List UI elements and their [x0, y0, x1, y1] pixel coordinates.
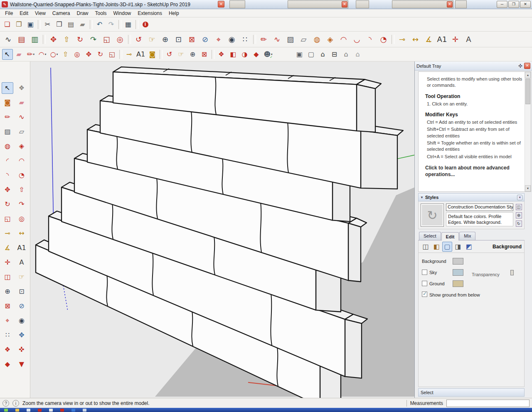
zoom-extents-icon[interactable]: ⊠ [186, 33, 198, 46]
background-window-fragment[interactable] [229, 0, 245, 8]
paint-bucket-icon[interactable]: ◙ [147, 49, 158, 60]
show-ground-checkbox[interactable] [422, 292, 427, 297]
rotate-icon[interactable]: ↻ [74, 33, 86, 46]
components-icon[interactable]: ❖ [216, 49, 227, 60]
arc-icon[interactable]: ◠ [337, 33, 350, 46]
minimize-button[interactable]: ─ [497, 1, 507, 8]
interact-icon[interactable]: ✜ [16, 344, 27, 356]
taskbar-app-sketchup[interactable] [38, 409, 42, 412]
push-pull-icon[interactable]: ⇧ [16, 184, 27, 196]
line-icon[interactable]: ✏▾ [25, 49, 36, 60]
text-icon[interactable]: A1 [436, 33, 448, 46]
eraser-icon[interactable]: ▰ [14, 49, 25, 60]
select-icon[interactable]: ↖ [2, 49, 13, 60]
zoom-extents-icon[interactable]: ⊠ [199, 49, 210, 60]
menu-extensions[interactable]: Extensions [134, 10, 165, 17]
maximize-button[interactable]: ❐ [508, 1, 519, 8]
polygon-icon[interactable]: ◈ [324, 33, 337, 46]
tab-select[interactable]: Select [419, 232, 441, 240]
scroll-down-icon[interactable]: ▼ [525, 185, 531, 191]
menu-window[interactable]: Window [110, 10, 135, 17]
scroll-up-icon[interactable]: ▲ [525, 72, 531, 78]
pie-icon[interactable]: ◔ [16, 169, 27, 181]
text-icon[interactable]: A1 [16, 242, 27, 254]
circle-icon[interactable]: ◍ [311, 33, 323, 46]
look-around-icon[interactable]: ◉ [226, 33, 238, 46]
separator[interactable] [392, 35, 394, 44]
arc-icon[interactable]: ◜ [2, 155, 13, 167]
secondary-pane-icon[interactable]: ◫ [516, 204, 522, 210]
erase-icon[interactable]: ▰ [77, 19, 88, 30]
protractor-icon[interactable]: ∡ [2, 242, 13, 254]
component-box-icon[interactable]: ▢ [306, 49, 317, 60]
zoom-window-icon[interactable]: ⊡ [172, 33, 185, 46]
protractor-icon[interactable]: ∡ [423, 33, 435, 46]
redo-icon[interactable]: ↷ [106, 19, 117, 30]
rotate-icon[interactable]: ↻ [95, 49, 106, 60]
axes-icon[interactable]: ✛ [449, 33, 462, 46]
collapse-icon[interactable]: ▼ [420, 196, 424, 199]
orbit-icon[interactable]: ↺ [164, 49, 175, 60]
styles-icon[interactable]: ◑ [239, 49, 250, 60]
taskbar-app-2[interactable] [49, 409, 53, 412]
offset-icon[interactable]: ◎ [16, 213, 27, 225]
section-plane-icon[interactable]: ◫ [2, 271, 13, 283]
separator[interactable] [118, 20, 121, 29]
position-camera-icon[interactable]: ⌖ [2, 315, 13, 326]
print-icon[interactable]: ▦ [123, 19, 134, 30]
paint-bucket-icon[interactable]: ◙ [2, 97, 13, 108]
push-pull-icon[interactable]: ⇧ [60, 49, 71, 60]
start-button[interactable] [4, 409, 8, 412]
style-preview-thumbnail[interactable]: ↻ [421, 204, 444, 227]
pie-icon[interactable]: ◔ [377, 33, 390, 46]
menu-help[interactable]: Help [165, 10, 182, 17]
pin-icon[interactable]: ✜ [518, 63, 522, 69]
pan-icon[interactable]: ☞ [16, 271, 27, 283]
follow-me-icon[interactable]: ↷ [16, 199, 27, 210]
move-icon[interactable]: ✥ [2, 184, 13, 196]
arc-icon[interactable]: ◠▾ [37, 49, 48, 60]
menu-edit[interactable]: Edit [16, 10, 32, 17]
background-window-fragment[interactable] [356, 0, 369, 8]
send-to-layout-icon[interactable]: ▤ [15, 33, 28, 46]
share-model-icon[interactable]: ▼ [16, 358, 27, 370]
gap[interactable] [274, 49, 293, 60]
menu-camera[interactable]: Camera [49, 10, 74, 17]
background-settings-icon[interactable]: ▢ [442, 242, 452, 252]
close-icon[interactable]: ✕ [342, 1, 347, 7]
taskbar-app-5[interactable] [83, 409, 86, 412]
scale-icon[interactable]: ◱ [101, 33, 113, 46]
separator[interactable] [90, 20, 93, 29]
update-style-icon[interactable]: ↻ [516, 221, 522, 227]
freehand-icon[interactable]: ∿ [16, 111, 27, 123]
separator[interactable] [212, 50, 214, 59]
slider-thumb[interactable] [510, 270, 514, 275]
model-info-icon[interactable]: i [140, 19, 151, 30]
follow-me-icon[interactable]: ↷ [87, 33, 100, 46]
menu-draw[interactable]: Draw [74, 10, 92, 17]
tray-header[interactable]: Default Tray ✜ ✕ [415, 61, 532, 71]
face-settings-icon[interactable]: ◧ [431, 242, 441, 252]
ground-checkbox[interactable] [422, 281, 427, 286]
bed-icon[interactable]: ⊟ [329, 49, 340, 60]
rectangle-icon[interactable]: ▨ [284, 33, 297, 46]
polygon-icon[interactable]: ◈ [16, 140, 27, 152]
close-button[interactable]: ✕ [520, 1, 531, 8]
position-camera-icon[interactable]: ⌖ [212, 33, 225, 46]
select-panel-header[interactable]: Select [418, 388, 525, 397]
scale-icon[interactable]: ◱ [2, 213, 13, 225]
create-style-icon[interactable]: ⊕ [516, 212, 522, 218]
tab-edit[interactable]: Edit [441, 232, 459, 240]
open-file-icon[interactable]: ❐ [14, 19, 25, 30]
sky-color-swatch[interactable] [453, 269, 463, 276]
circle-icon[interactable]: ◍ [2, 140, 13, 152]
line-icon[interactable]: ✏ [2, 111, 13, 123]
make-component-icon[interactable]: ❖ [16, 82, 27, 94]
menu-file[interactable]: File [2, 10, 16, 17]
taskbar-app-1[interactable] [27, 409, 30, 412]
barn-icon[interactable]: ⌂ [352, 49, 363, 60]
push-pull-icon[interactable]: ⇧ [61, 33, 73, 46]
orbit-icon[interactable]: ↺ [133, 33, 145, 46]
pan-icon[interactable]: ☞ [146, 33, 158, 46]
user-account-icon[interactable]: ☻▾✓ [263, 49, 273, 60]
